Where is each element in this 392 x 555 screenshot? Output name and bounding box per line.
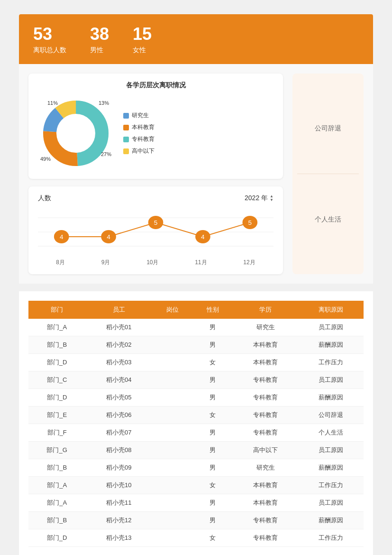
legend-label: 本科教育 <box>132 123 155 131</box>
table-cell: 专科教育 <box>233 529 298 547</box>
table-cell: 工作压力 <box>298 354 364 371</box>
table-cell: 研究生 <box>233 459 298 477</box>
stat-number: 38 <box>90 24 109 44</box>
table-cell: 女 <box>192 529 233 547</box>
stat-item: 53 离职总人数 <box>33 24 66 55</box>
year-control[interactable]: 2022 年 ▲ ▼ <box>245 194 273 203</box>
data-table: 部门员工岗位性别学历离职原因 部门_A稻小壳01男研究生员工原因部门_B稻小壳0… <box>28 301 364 547</box>
legend-item: 本科教育 <box>123 123 155 131</box>
table-cell: 研究生 <box>233 319 298 336</box>
table-row: 部门_E稻小壳06女专科教育公司辞退 <box>28 407 364 424</box>
table-cell: 女 <box>192 477 233 494</box>
stats-header: 53 离职总人数38 男性15 女性 <box>19 14 373 64</box>
table-cell: 本科教育 <box>233 354 298 371</box>
table-cell <box>152 459 192 477</box>
table-cell: 男 <box>192 424 233 442</box>
table-cell: 部门_B <box>28 336 85 354</box>
table-cell: 稻小壳01 <box>85 319 152 336</box>
table-cell: 薪酬原因 <box>298 336 364 354</box>
table-cell: 员工原因 <box>298 442 364 459</box>
donut-chart-area: 11% 13% 49% 27% <box>38 95 114 171</box>
table-cell: 部门_G <box>28 442 85 459</box>
table-cell: 男 <box>192 371 233 389</box>
right-panel-item: 个人生活 <box>297 174 359 265</box>
month-label: 11月 <box>195 259 207 267</box>
table-cell: 稻小壳05 <box>85 389 152 407</box>
legend-label: 研究生 <box>132 111 149 120</box>
month-label: 12月 <box>243 259 255 267</box>
table-row: 部门_D稻小壳03女本科教育工作压力 <box>28 354 364 371</box>
legend-item: 高中以下 <box>123 147 155 155</box>
table-cell: 女 <box>192 407 233 424</box>
stat-label: 女性 <box>133 46 152 55</box>
table-cell: 员工原因 <box>298 371 364 389</box>
table-column-header: 员工 <box>85 301 152 319</box>
table-cell: 稻小壳13 <box>85 529 152 547</box>
svg-text:5: 5 <box>248 220 252 226</box>
table-cell: 专科教育 <box>233 512 298 529</box>
table-cell: 部门_D <box>28 529 85 547</box>
legend-dot <box>123 125 129 130</box>
table-cell: 男 <box>192 442 233 459</box>
table-header-row: 部门员工岗位性别学历离职原因 <box>28 301 364 319</box>
legend-label: 专科教育 <box>132 135 155 143</box>
table-row: 部门_A稻小壳11男本科教育员工原因 <box>28 494 364 512</box>
legend-label: 高中以下 <box>132 147 155 155</box>
table-body: 部门_A稻小壳01男研究生员工原因部门_B稻小壳02男本科教育薪酬原因部门_D稻… <box>28 319 364 547</box>
table-cell: 本科教育 <box>233 494 298 512</box>
table-column-header: 学历 <box>233 301 298 319</box>
table-cell: 稻小壳07 <box>85 424 152 442</box>
table-cell: 员工原因 <box>298 319 364 336</box>
table-cell: 部门_D <box>28 389 85 407</box>
table-row: 部门_D稻小壳05男专科教育薪酬原因 <box>28 389 364 407</box>
table-cell: 本科教育 <box>233 477 298 494</box>
table-cell: 男 <box>192 494 233 512</box>
table-cell <box>152 494 192 512</box>
year-arrows[interactable]: ▲ ▼ <box>270 194 273 202</box>
pct-label-49: 49% <box>40 156 51 162</box>
legend-item: 专科教育 <box>123 135 155 143</box>
svg-text:4: 4 <box>201 234 205 240</box>
donut-legend: 研究生 本科教育 专科教育 高中以下 <box>123 111 155 155</box>
table-cell: 专科教育 <box>233 389 298 407</box>
table-cell: 稻小壳04 <box>85 371 152 389</box>
legend-item: 研究生 <box>123 111 155 120</box>
table-cell: 部门_A <box>28 319 85 336</box>
table-cell: 稻小壳08 <box>85 442 152 459</box>
table-cell <box>152 424 192 442</box>
table-cell: 男 <box>192 319 233 336</box>
table-cell: 个人生活 <box>298 424 364 442</box>
table-cell: 男 <box>192 389 233 407</box>
stat-number: 53 <box>33 24 66 44</box>
svg-text:4: 4 <box>60 234 64 240</box>
year-down-arrow[interactable]: ▼ <box>270 198 273 202</box>
stat-label: 男性 <box>90 46 109 55</box>
table-cell <box>152 319 192 336</box>
table-cell: 专科教育 <box>233 407 298 424</box>
table-cell: 高中以下 <box>233 442 298 459</box>
table-header: 部门员工岗位性别学历离职原因 <box>28 301 364 319</box>
stat-label: 离职总人数 <box>33 46 66 55</box>
table-cell: 男 <box>192 459 233 477</box>
table-cell: 稻小壳12 <box>85 512 152 529</box>
table-cell: 稻小壳03 <box>85 354 152 371</box>
line-chart-title: 人数 <box>38 194 51 203</box>
table-row: 部门_F稻小壳07男专科教育个人生活 <box>28 424 364 442</box>
table-cell: 专科教育 <box>233 371 298 389</box>
divider <box>19 284 373 291</box>
svg-text:5: 5 <box>154 220 158 226</box>
table-cell <box>152 477 192 494</box>
pct-label-11: 11% <box>47 100 58 106</box>
table-cell: 工作压力 <box>298 477 364 494</box>
table-cell <box>152 442 192 459</box>
pct-label-13: 13% <box>99 100 109 106</box>
stat-item: 15 女性 <box>133 24 152 55</box>
table-cell: 稻小壳11 <box>85 494 152 512</box>
donut-card: 各学历层次离职情况 <box>28 74 283 179</box>
svg-point-5 <box>57 114 95 152</box>
pct-label-27: 27% <box>101 151 111 157</box>
table-cell: 薪酬原因 <box>298 459 364 477</box>
table-row: 部门_B稻小壳02男本科教育薪酬原因 <box>28 336 364 354</box>
line-card-header: 人数 2022 年 ▲ ▼ <box>38 194 273 203</box>
table-row: 部门_C稻小壳04男专科教育员工原因 <box>28 371 364 389</box>
